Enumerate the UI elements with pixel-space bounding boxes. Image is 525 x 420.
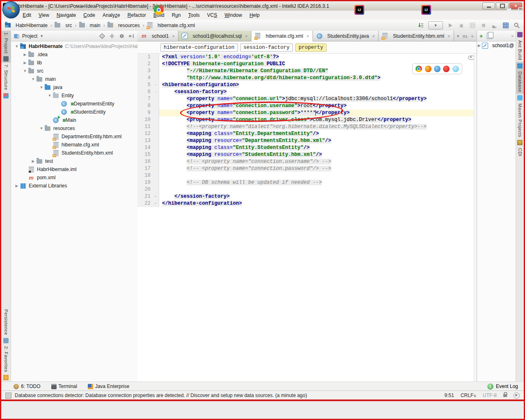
tree-item-resources[interactable]: ▼resources	[11, 124, 137, 132]
tree-item-test[interactable]: ▶test	[11, 157, 137, 165]
fold-marker[interactable]	[153, 61, 159, 68]
breadcrumb-item-hibernate.cfg.xml[interactable]: hibernate.cfg.xml	[146, 22, 195, 29]
readonly-lock-icon[interactable]	[503, 394, 507, 397]
tree-item-studentsentity[interactable]: CStudentsEntity	[11, 108, 137, 116]
status-message[interactable]: Database connections detector: Database …	[15, 393, 307, 398]
menu-view[interactable]: View	[35, 11, 53, 19]
locate-file-icon[interactable]	[99, 33, 105, 39]
fold-marker[interactable]	[153, 75, 159, 82]
tree-item-departmentsentity[interactable]: CDepartmentsEntity	[11, 100, 137, 108]
datasource-properties-icon[interactable]	[487, 33, 492, 39]
expanded-arrow-icon[interactable]: ▼	[47, 94, 52, 98]
network-tray-icon[interactable]	[518, 7, 525, 13]
menu-code[interactable]: Code	[80, 11, 99, 19]
code-editor[interactable]: 1<?xml version='1.0' encoding='utf-8'?>2…	[137, 54, 479, 382]
menu-analyze[interactable]: Analyze	[99, 11, 124, 19]
expanded-arrow-icon[interactable]: ▼	[30, 77, 36, 81]
line-number[interactable]: 7	[137, 96, 153, 103]
line-number[interactable]: 22	[137, 200, 153, 207]
tree-item-habrhibernate[interactable]: ▼HabrHibernateC:\Users\Роман\IdeaProject…	[11, 42, 137, 50]
code-line-12[interactable]: 12 <mapping class="Entity.DepartmentsEnt…	[137, 130, 479, 137]
fold-marker[interactable]	[153, 144, 159, 151]
line-number[interactable]: 19	[137, 179, 153, 186]
search-icon[interactable]	[513, 22, 520, 29]
fold-marker[interactable]	[153, 123, 159, 130]
fold-marker[interactable]	[153, 116, 159, 123]
line-number[interactable]: 1	[137, 54, 153, 61]
tool-stripe-2-favorites[interactable]: 2: Favorites	[1, 345, 11, 381]
tool-stripe-1-project[interactable]: 1: Project	[1, 31, 11, 63]
line-number[interactable]: 9	[137, 110, 153, 116]
collapsed-arrow-icon[interactable]: ▶	[22, 61, 28, 65]
tab-school1[interactable]: mschool1×	[137, 31, 178, 41]
caret-position[interactable]: 9:51	[445, 393, 454, 398]
tree-item-main[interactable]: CMain	[11, 116, 137, 124]
fold-marker[interactable]: ⌐	[153, 193, 159, 200]
tab-close-icon[interactable]: ×	[245, 34, 247, 39]
tree-item-.idea[interactable]: ▶.idea	[11, 50, 137, 59]
collapsed-arrow-icon[interactable]: ▶	[478, 43, 481, 48]
minimize-button[interactable]	[482, 2, 495, 9]
line-number[interactable]: 2	[137, 61, 153, 68]
fold-marker[interactable]	[153, 151, 159, 158]
volume-tray-icon[interactable]	[507, 7, 513, 13]
fold-marker[interactable]	[153, 172, 159, 179]
code-line-16[interactable]: 16 <!-- <property name="connection.usern…	[137, 158, 479, 165]
tab-StudentsEntity.hbm.xml[interactable]: StudentsEntity.hbm.xml×	[379, 31, 454, 41]
menu-tools[interactable]: Tools	[185, 11, 203, 19]
tool-stripe-7-structure[interactable]: 7: Structure	[1, 63, 11, 100]
debug-icon[interactable]	[458, 22, 465, 29]
tool-stripe-database[interactable]: Database	[516, 62, 524, 94]
start-button[interactable]	[2, 1, 20, 18]
datasource-item[interactable]: ▶school1@	[477, 41, 516, 50]
fold-marker[interactable]: ⌐	[153, 200, 159, 207]
menu-edit[interactable]: Edit	[19, 11, 35, 19]
bottom-bar-6-todo[interactable]: 6: TODO	[14, 383, 41, 389]
fold-marker[interactable]	[153, 158, 159, 165]
expanded-arrow-icon[interactable]: ▼	[39, 126, 44, 130]
code-line-17[interactable]: 17 <!-- <property name="connection.passw…	[137, 165, 479, 172]
file-encoding[interactable]: UTF-8	[483, 393, 497, 398]
line-number[interactable]: 21	[137, 193, 153, 200]
code-line-15[interactable]: 15 <mapping resource="StudentsEntity.hbm…	[137, 151, 479, 158]
code-line-19[interactable]: 19 <!-- DB schema will be updated if nee…	[137, 179, 479, 186]
code-line-14[interactable]: 14 <mapping class="Entity.StudentsEntity…	[137, 144, 479, 151]
tool-stripe-cdi[interactable]: CDI	[516, 139, 524, 158]
code-line-6[interactable]: 6- <session-factory>	[137, 89, 479, 96]
run-configuration-select[interactable]: ▼	[428, 21, 443, 30]
tree-item-java[interactable]: ▼java	[11, 83, 137, 91]
code-line-11[interactable]: 11 <!--<property name="dialect">org.hibe…	[137, 123, 479, 130]
safari-browser-icon[interactable]	[434, 66, 441, 72]
code-line-13[interactable]: 13 <mapping resource="DepartmentsEntity.…	[137, 137, 479, 144]
more-actions-icon[interactable]: »	[511, 34, 514, 38]
menu-window[interactable]: Window	[221, 11, 246, 19]
tree-item-hibernate.cfg.xml[interactable]: hibernate.cfg.xml	[11, 141, 137, 149]
line-number[interactable]: 4	[137, 75, 153, 82]
code-line-4[interactable]: 4 "http://www.hibernate.org/dtd/hibernat…	[137, 75, 479, 82]
code-line-10[interactable]: 10 <property name="connection.driver_cla…	[137, 116, 479, 123]
split-icon[interactable]: ÷	[471, 34, 474, 39]
sort-lines-icon[interactable]	[417, 22, 425, 29]
code-line-7[interactable]: 7 <property name="connection.url">jdbc:m…	[137, 96, 479, 103]
line-number[interactable]: 12	[137, 130, 153, 137]
collapse-all-icon[interactable]	[109, 33, 115, 39]
line-number[interactable]: 18	[137, 172, 153, 179]
breadcrumb-item-src[interactable]: src	[54, 22, 72, 29]
tab-close-icon[interactable]: ×	[172, 34, 174, 39]
breadcrumb-item-resources[interactable]: resources	[107, 22, 140, 29]
expanded-arrow-icon[interactable]: ▼	[14, 44, 20, 48]
tree-item-pom.xml[interactable]: mpom.xml	[11, 173, 137, 182]
firefox-browser-icon[interactable]	[425, 66, 431, 72]
code-line-22[interactable]: 22⌐</hibernate-configuration>	[137, 200, 479, 207]
opera-browser-icon[interactable]	[443, 66, 450, 72]
fold-marker[interactable]	[153, 165, 159, 172]
chrome-browser-icon[interactable]	[415, 66, 422, 72]
attach-debugger-icon[interactable]	[491, 22, 498, 29]
tab-close-icon[interactable]: ×	[306, 34, 309, 39]
fold-marker[interactable]	[153, 137, 159, 144]
tree-item-main[interactable]: ▼main	[11, 75, 137, 83]
add-datasource-icon[interactable]: +	[479, 33, 483, 39]
coverage-icon[interactable]	[469, 22, 476, 29]
tree-item-habrhibernate.iml[interactable]: HabrHibernate.iml	[11, 165, 137, 173]
line-number[interactable]: 11	[137, 123, 153, 130]
